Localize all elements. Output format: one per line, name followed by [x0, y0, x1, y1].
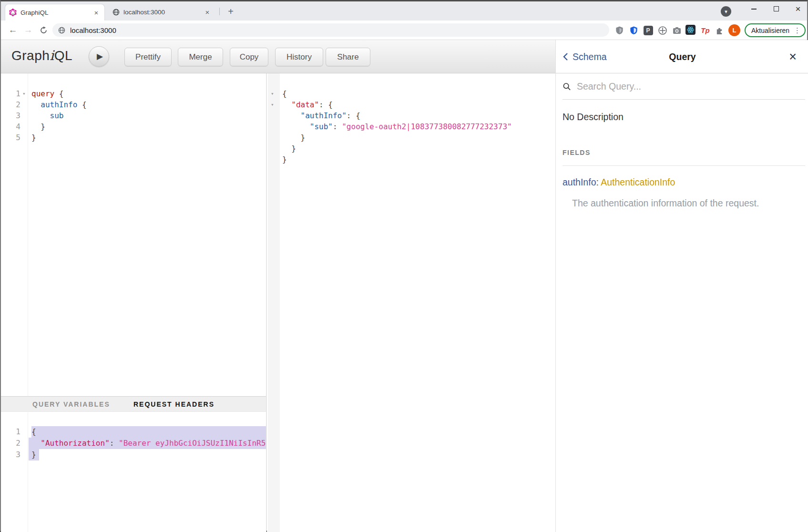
code-line: { [282, 88, 287, 99]
code-line: } [282, 132, 305, 143]
share-button[interactable]: Share [326, 48, 370, 66]
prettify-button[interactable]: Prettify [124, 48, 172, 66]
doc-field-description: The authentication information of the re… [572, 198, 759, 209]
doc-field-row: authInfo: AuthenticationInfo [563, 177, 675, 188]
browser-tab-strip: GraphiQL × localhost:3000 × + ▾ × [1, 1, 807, 20]
request-headers-editor[interactable]: 1 2 3 { "Authorization": "Bearer eyJhbGc… [1, 412, 266, 532]
code-line: "data": { [282, 99, 333, 110]
doc-explorer-panel: Schema Query × No Description FIELDS aut… [555, 40, 808, 532]
new-tab-button[interactable]: + [224, 5, 237, 18]
line-number: 4 [1, 121, 20, 132]
back-button[interactable]: ← [6, 23, 20, 37]
fold-arrow-icon[interactable]: ▾ [22, 88, 26, 99]
doc-no-description: No Description [563, 112, 624, 123]
browser-tab-graphiql[interactable]: GraphiQL × [5, 4, 105, 20]
code-line: sub [31, 110, 63, 121]
play-icon: ▶ [97, 51, 103, 61]
extension-ublock-icon[interactable] [614, 25, 625, 36]
graphiql-topbar: GraphiQL ▶ Prettify Merge Copy History S… [1, 40, 555, 73]
query-editor[interactable]: 1 2 3 4 5 ▾ query { authInfo { sub } } [1, 73, 266, 396]
code-line: query { [31, 88, 63, 99]
extension-bitwarden-icon[interactable] [628, 25, 639, 36]
line-number: 3 [1, 449, 20, 460]
extension-react-devtools-icon[interactable] [685, 25, 695, 35]
doc-title: Query [556, 40, 808, 73]
update-button-label: Aktualisieren [751, 27, 789, 34]
window-minimize-button[interactable] [744, 1, 764, 16]
address-bar[interactable]: localhost:3000 [52, 23, 609, 37]
code-line: { [31, 426, 36, 438]
line-number: 2 [1, 99, 20, 110]
browser-toolbar: ← → localhost:3000 P [1, 20, 807, 40]
execute-query-button[interactable]: ▶ [89, 46, 109, 67]
graphiql-logo: GraphiQL [11, 48, 72, 63]
extension-picker-icon[interactable] [657, 25, 668, 36]
doc-field-type-link[interactable]: AuthenticationInfo [601, 177, 675, 187]
forward-button[interactable]: → [21, 23, 35, 37]
line-number: 3 [1, 110, 20, 121]
maximize-icon [774, 6, 779, 11]
query-editor-gutter: 1 2 3 4 5 ▾ [1, 73, 28, 396]
reload-icon [40, 26, 48, 34]
doc-fields-label: FIELDS [563, 149, 591, 156]
tab-divider [219, 8, 220, 15]
update-button[interactable]: Aktualisieren ⋮ [745, 23, 806, 37]
headers-editor-gutter: 1 2 3 [1, 412, 28, 532]
reload-button[interactable] [36, 23, 51, 37]
menu-kebab-icon[interactable]: ⋮ [794, 26, 801, 35]
variables-tab-bar: QUERY VARIABLES REQUEST HEADERS [1, 396, 266, 412]
tab-title: localhost:3000 [123, 9, 203, 16]
tab-close-icon[interactable]: × [92, 8, 101, 17]
browser-tab-localhost[interactable]: localhost:3000 × [109, 4, 215, 20]
code-line: "sub": "google-oauth2|108377380082777232… [282, 121, 512, 132]
extensions-puzzle-icon[interactable] [714, 25, 725, 36]
browser-window: GraphiQL × localhost:3000 × + ▾ × ← → [0, 0, 808, 532]
code-line: } [282, 143, 296, 154]
doc-search-input[interactable] [577, 81, 805, 92]
variables-section: QUERY VARIABLES REQUEST HEADERS 1 2 3 { … [1, 396, 266, 532]
window-maximize-button[interactable] [766, 1, 786, 16]
minimize-icon [751, 9, 757, 10]
profile-avatar[interactable]: L [728, 24, 740, 36]
search-icon [563, 82, 571, 91]
extension-screenshot-icon[interactable] [671, 25, 682, 36]
code-line: "authInfo": { [282, 110, 360, 121]
doc-close-button[interactable]: × [789, 40, 797, 73]
window-chevron-icon[interactable]: ▾ [721, 6, 731, 17]
tab-query-variables[interactable]: QUERY VARIABLES [32, 397, 110, 411]
result-viewer[interactable]: ▾ ▾ { "data": { "authInfo": { "sub": "go… [267, 73, 555, 532]
line-number: 1 [1, 426, 20, 438]
globe-icon [58, 27, 65, 34]
fold-arrow-icon[interactable]: ▾ [271, 88, 274, 99]
tab-request-headers[interactable]: REQUEST HEADERS [133, 397, 215, 411]
line-number: 5 [1, 132, 20, 143]
line-number: 2 [1, 438, 20, 449]
history-button[interactable]: History [275, 48, 323, 66]
window-close-button[interactable]: × [788, 1, 808, 16]
line-number: 1 [1, 88, 20, 99]
copy-button[interactable]: Copy [230, 48, 268, 66]
merge-button[interactable]: Merge [178, 48, 223, 66]
graphql-favicon [9, 9, 17, 16]
code-line: } [31, 121, 45, 132]
address-url: localhost:3000 [70, 26, 116, 34]
doc-divider [563, 165, 805, 166]
code-line: authInfo { [31, 99, 87, 110]
code-line: } [31, 132, 36, 143]
code-line: "Authorization": "Bearer eyJhbGciOiJSUzI… [31, 438, 266, 449]
doc-explorer-header: Schema Query × [556, 40, 808, 73]
fold-arrow-icon[interactable]: ▾ [271, 99, 274, 110]
code-line: } [282, 154, 287, 165]
code-line: } [31, 449, 36, 460]
extension-tp-icon[interactable]: Tp [700, 25, 711, 36]
globe-icon [113, 9, 120, 16]
tab-close-icon[interactable]: × [203, 8, 212, 17]
selection-highlight [31, 426, 266, 438]
doc-field-name-link[interactable]: authInfo [563, 177, 596, 187]
result-fold-gutter [268, 73, 280, 532]
doc-search-box [563, 73, 805, 100]
tab-title: GraphiQL [20, 9, 92, 16]
extension-p-icon[interactable]: P [643, 25, 654, 36]
